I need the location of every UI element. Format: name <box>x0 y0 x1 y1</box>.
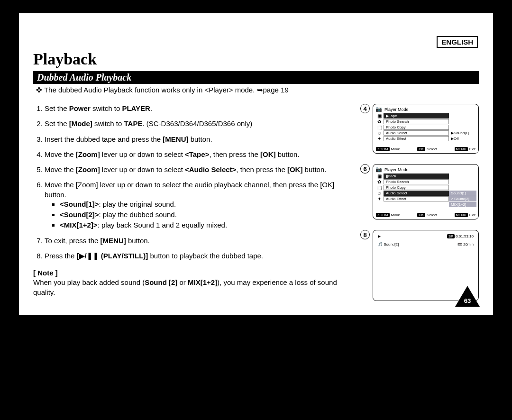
intro-text: ✤ The dubbed Audio Playback function wor… <box>33 86 479 94</box>
menu-item-photo-search: Photo Search <box>384 179 449 184</box>
value-mix: MIX[1+2] <box>449 202 476 207</box>
step-8: Press the [▶/❚❚ (PLAY/STILL)] button to … <box>45 251 352 261</box>
figure-4-number: 4 <box>360 104 370 113</box>
menu-item-photo-search: Photo Search <box>384 119 449 124</box>
camera-icon: 📷 <box>375 106 383 112</box>
photo-icon: ✿ <box>375 119 384 124</box>
figure-4-screen: 📷 Player Mode ▣▶Tape ✿Photo Search ⬚Phot… <box>373 104 479 154</box>
step-2: Set the [Mode] switch to TAPE. (SC-D363/… <box>45 119 352 128</box>
value-off: ▶Off <box>449 136 476 141</box>
menu-item-tape: ▶Tape <box>384 113 449 119</box>
step-7: To exit, press the [MENU] button. <box>45 236 352 246</box>
value-sound1: Sound[1] <box>449 191 476 196</box>
photo-icon: ✿ <box>375 179 384 184</box>
menu-item-photo-copy: Photo Copy <box>384 185 449 190</box>
figure-4: 4 📷 Player Mode ▣▶Tape ✿Photo Search ⬚Ph… <box>360 104 479 154</box>
time-remaining: 📼 20min <box>457 242 474 247</box>
sp-badge: SP <box>447 234 455 238</box>
manual-page: ENGLISH Playback Dubbed Audio Playback ✤… <box>19 13 493 315</box>
menu-item-audio-select: Audio Select <box>384 191 449 196</box>
tape-icon: ▣ <box>375 173 384 179</box>
sound-indicator: 🎵 Sound[2] <box>378 242 399 247</box>
osd-title: Player Mode <box>384 107 409 112</box>
copy-icon: ⬚ <box>375 185 384 190</box>
step-6-opt3: <MIX[1+2]>: play back Sound 1 and 2 equa… <box>60 220 352 230</box>
play-icon: ▶ <box>378 234 381 238</box>
effect-icon: ✦ <box>375 136 384 141</box>
step-6-opt1: <Sound[1]>: play the original sound. <box>60 200 352 209</box>
intro-bullet: ✤ <box>36 86 42 94</box>
menu-item-audio-effect: Audio Effect <box>384 136 449 141</box>
figure-6: 6 📷 Player Mode ▣▮Back ✿Photo Search ⬚Ph… <box>360 164 479 219</box>
value-sound1: ▶Sound[1] <box>449 130 476 136</box>
figure-6-number: 6 <box>360 164 370 173</box>
value-sound2: ✓Sound[2] <box>449 196 476 201</box>
camera-icon: 📷 <box>375 166 383 173</box>
osd-title: Player Mode <box>384 167 409 172</box>
step-3: Insert the dubbed tape and press the [ME… <box>45 135 352 144</box>
step-6: Move the [Zoom] lever up or down to sele… <box>45 180 352 230</box>
menu-item-audio-effect: Audio Effect <box>384 196 449 201</box>
figure-column: 4 📷 Player Mode ▣▶Tape ✿Photo Search ⬚Ph… <box>360 104 479 301</box>
menu-item-back: ▮Back <box>384 173 449 179</box>
time-code: 0:01:53:10 <box>456 234 474 238</box>
section-heading: Dubbed Audio Playback <box>33 71 479 84</box>
tape-icon: ▣ <box>375 113 384 119</box>
page-number: 63 <box>463 297 472 304</box>
page-title: Playback <box>33 50 479 68</box>
step-1: Set the Power switch to PLAYER. <box>45 104 352 113</box>
note-body: When you play back added sound (Sound [2… <box>33 278 352 297</box>
figure-6-screen: 📷 Player Mode ▣▮Back ✿Photo Search ⬚Phot… <box>373 164 479 219</box>
step-5: Move the [Zoom] lever up or down to sele… <box>45 165 352 174</box>
instruction-column: Set the Power switch to PLAYER. Set the … <box>33 104 352 301</box>
copy-icon: ⬚ <box>375 125 384 130</box>
step-6-opt2: <Sound[2]>: play the dubbed sound. <box>60 210 352 219</box>
language-badge: ENGLISH <box>437 36 478 48</box>
note-heading: [ Note ] <box>33 268 352 278</box>
step-4: Move the [Zoom] lever up or down to sele… <box>45 150 352 159</box>
menu-item-audio-select: Audio Select <box>384 130 449 136</box>
audio-icon: ♫ <box>375 130 384 136</box>
page-number-badge: 63 <box>455 286 480 307</box>
audio-icon: ♫ <box>375 191 384 196</box>
menu-item-photo-copy: Photo Copy <box>384 125 449 130</box>
figure-8-number: 8 <box>360 230 370 239</box>
intro-body: The dubbed Audio Playback function works… <box>44 86 289 94</box>
effect-icon: ✦ <box>375 196 384 201</box>
